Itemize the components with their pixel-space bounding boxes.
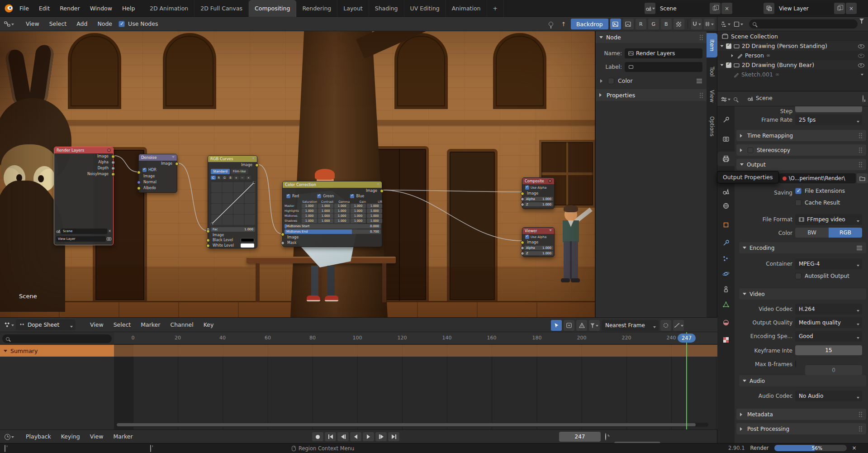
workspace-tab-2d-animation[interactable]: 2D Animation — [144, 0, 194, 17]
prev-keyframe-button[interactable] — [337, 432, 349, 441]
encoding-panel[interactable]: Encoding — [739, 242, 866, 253]
output-quality-dropdown[interactable]: Medium quality — [795, 317, 862, 328]
cc-value[interactable]: 1.000 — [302, 214, 317, 218]
drag-grip-icon[interactable] — [699, 34, 703, 40]
node-rgb-curves-header[interactable]: RGB Curves — [208, 156, 257, 162]
tab-texture[interactable] — [717, 333, 735, 347]
timeline-editor-type-button[interactable] — [4, 431, 14, 442]
output-panel[interactable]: Output — [736, 159, 866, 170]
use-nodes-checkbox[interactable] — [119, 21, 125, 27]
pin-icon[interactable] — [545, 19, 556, 29]
channel-r-button[interactable]: R — [636, 19, 646, 29]
view-layer-unlink-button[interactable]: × — [846, 3, 857, 14]
menu-view[interactable]: View — [85, 318, 109, 332]
expand-icon[interactable] — [731, 54, 735, 57]
cc-value[interactable]: 1.000 — [367, 204, 382, 208]
outliner-search-field[interactable] — [749, 19, 858, 29]
keyframe-interval-slider[interactable]: 15 — [795, 345, 862, 355]
channel-g-button[interactable]: G — [648, 19, 659, 29]
midtones-end-slider[interactable]: Midtones End0.700 — [285, 229, 381, 234]
color-checkbox[interactable] — [608, 78, 614, 84]
stereoscopy-checkbox[interactable] — [748, 147, 754, 153]
blender-logo-ic[interactable] — [4, 4, 14, 13]
socket-black-level-in[interactable] — [206, 238, 210, 242]
node-panel-header[interactable]: Node — [596, 31, 707, 43]
curve-zoom-out-icon[interactable]: − — [240, 176, 245, 180]
presets-icon[interactable] — [696, 78, 702, 84]
post-processing-panel[interactable]: Post Processing — [736, 423, 866, 434]
tab-particles[interactable] — [717, 251, 735, 266]
menu-help[interactable]: Help — [117, 1, 140, 16]
use-preview-range-icon[interactable] — [605, 434, 606, 440]
tab-constraints[interactable] — [717, 282, 735, 296]
socket-image-out[interactable] — [380, 189, 384, 193]
menu-edit[interactable]: Edit — [34, 1, 55, 16]
green-checkbox[interactable] — [317, 194, 321, 198]
use-alpha-checkbox[interactable] — [525, 186, 529, 190]
node-rgb-curves[interactable]: RGB Curves Image Standard Film-like C R … — [208, 155, 257, 248]
search-icon[interactable] — [734, 97, 737, 101]
frame-rate-dropdown[interactable]: 25 fps — [795, 114, 862, 125]
alpha-slider[interactable]: Alpha1.000 — [524, 246, 553, 250]
audio-panel[interactable]: Audio — [739, 375, 866, 386]
file-format-dropdown[interactable]: FFmpeg video — [795, 214, 862, 225]
menu-key[interactable]: Key — [199, 318, 219, 332]
collection-checkbox[interactable]: ✓ — [726, 43, 731, 49]
expand-icon[interactable] — [4, 350, 7, 354]
scene-browse-button[interactable] — [645, 3, 655, 14]
alpha-channel-button[interactable] — [674, 19, 684, 29]
chevron-down-icon[interactable] — [861, 74, 863, 77]
step-slider[interactable] — [795, 106, 862, 112]
current-frame-field[interactable]: 247 — [559, 432, 601, 442]
proportional-falloff-icon[interactable] — [673, 320, 684, 331]
curve-zoom-in-icon[interactable]: + — [234, 176, 239, 180]
clear-scene-icon[interactable]: × — [108, 229, 111, 233]
node-label-field[interactable] — [625, 62, 702, 72]
fac-slider[interactable]: Fac1.000 — [211, 227, 255, 232]
curve-tools-icon[interactable]: × — [246, 176, 251, 180]
playhead-line[interactable] — [686, 332, 687, 430]
socket-albedo-in[interactable] — [137, 186, 141, 190]
curve-channel-c[interactable]: C — [211, 176, 216, 180]
curve-channel-b[interactable]: B — [228, 176, 232, 180]
properties-editor-type-button[interactable] — [720, 94, 731, 105]
menu-select[interactable]: Select — [109, 318, 136, 332]
tab-material[interactable] — [717, 315, 735, 330]
outliner-row-person[interactable]: Person ∞ — [717, 51, 868, 60]
socket-noisyimage-out[interactable] — [111, 172, 115, 176]
output-path-field[interactable]: \O...periment\Render\ — [779, 173, 856, 183]
tab-physics[interactable] — [717, 267, 735, 281]
node-viewer-header[interactable]: Viewer — [522, 228, 554, 234]
hide-eye-icon[interactable] — [858, 62, 864, 68]
node-render-layers-header[interactable]: Render Layers× — [54, 147, 113, 153]
cc-value[interactable]: 1.000 — [334, 209, 350, 213]
outliner-display-mode-button[interactable] — [733, 19, 744, 29]
menu-node[interactable]: Node — [92, 17, 117, 31]
only-selected-toggle[interactable] — [551, 320, 562, 331]
socket-image-out[interactable] — [255, 163, 259, 167]
stereoscopy-panel[interactable]: Stereoscopy — [736, 144, 866, 156]
cc-value[interactable]: 1.000 — [367, 219, 382, 223]
socket-normal-in[interactable] — [137, 181, 141, 184]
outliner-row-collection-person[interactable]: ✓ 2D Drawing (Person Standing) — [717, 41, 868, 51]
h-scrollbar-thumb[interactable] — [117, 423, 696, 426]
jump-to-start-button[interactable] — [325, 432, 336, 441]
scene-selector-row[interactable]: Scene × — [56, 228, 111, 234]
scene-unlink-button[interactable]: × — [721, 3, 732, 14]
color-bw-button[interactable]: BW — [795, 228, 829, 238]
tab-modifiers[interactable] — [717, 236, 735, 250]
node-viewer[interactable]: Viewer Use Alpha Image Alpha1.000 Z1.000 — [522, 227, 555, 257]
sidebar-tab-tool[interactable]: Tool — [707, 60, 717, 83]
video-panel[interactable]: Video — [739, 288, 866, 300]
cc-value[interactable]: 1.000 — [318, 214, 333, 218]
tab-object[interactable] — [717, 218, 735, 232]
outliner-editor-type-button[interactable] — [720, 19, 731, 29]
ghost-icon[interactable] — [660, 320, 671, 331]
autosplit-checkbox[interactable] — [795, 273, 802, 279]
node-color-correction-header[interactable]: Color Correction — [283, 181, 382, 188]
menu-marker[interactable]: Marker — [108, 429, 138, 444]
hdr-checkbox[interactable] — [142, 168, 147, 172]
node-render-layers[interactable]: Render Layers× Image Alpha Depth NoisyIm… — [54, 147, 114, 245]
workspace-tab-uv-editing[interactable]: UV Editing — [404, 0, 446, 17]
socket-image-out[interactable] — [175, 162, 179, 166]
